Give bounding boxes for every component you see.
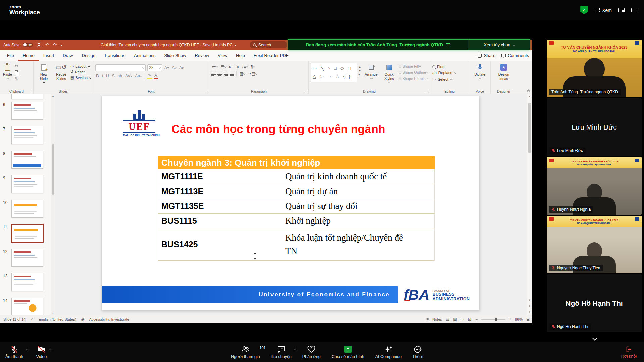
reading-view-icon[interactable]: ▭ xyxy=(460,317,464,322)
shape-fill-button[interactable]: ◇ Shape Fill xyxy=(399,64,428,69)
scroll-up-icon[interactable]: ▲ xyxy=(51,95,55,97)
font-color-button[interactable]: A xyxy=(154,73,158,79)
underline-button[interactable]: U xyxy=(105,74,110,79)
chat-options-chevron-icon[interactable] xyxy=(295,347,296,351)
font-name-select[interactable] xyxy=(95,64,146,71)
text-shadow-button[interactable]: ab xyxy=(117,74,123,79)
normal-view-icon[interactable]: ▤ xyxy=(446,317,449,322)
view-options-button[interactable]: Xem tùy chọn xyxy=(468,40,530,50)
slideshow-view-icon[interactable]: ⊡ xyxy=(468,317,472,322)
align-center-button[interactable] xyxy=(217,72,222,76)
increase-indent-icon[interactable]: ⇥ xyxy=(235,64,239,69)
clipboard-dialog-launcher-icon[interactable] xyxy=(30,91,32,93)
next-slide-icon[interactable]: ⇟ xyxy=(527,310,532,313)
slide-thumbnail-7[interactable]: 7 xyxy=(0,126,55,145)
video-button[interactable]: Video xyxy=(36,345,47,359)
clear-formatting-icon[interactable]: A⌀ xyxy=(179,65,185,70)
slide-thumbnail-14[interactable]: 14 xyxy=(0,298,55,315)
convert-smartart-button[interactable]: ⇥▤ xyxy=(247,71,257,76)
shape-effects-button[interactable]: ◇ Shape Effects xyxy=(399,76,428,81)
participants-button[interactable]: 101 Người tham gia xyxy=(231,345,260,359)
more-button[interactable]: Thêm xyxy=(412,345,423,359)
reuse-slides-button[interactable]: ▭↺ Reuse Slides xyxy=(54,63,69,81)
new-slide-button[interactable]: New Slide xyxy=(36,63,52,84)
decrease-indent-icon[interactable]: ⇤ xyxy=(228,64,233,69)
layout-button[interactable]: ▭ Layout xyxy=(70,64,91,68)
video-options-chevron-icon[interactable] xyxy=(50,347,51,351)
increase-font-icon[interactable]: A xyxy=(164,65,169,70)
menu-help[interactable]: Help xyxy=(232,50,249,61)
menu-view[interactable]: View xyxy=(213,50,232,61)
slide-thumbnail-10[interactable]: 10 xyxy=(0,200,55,218)
collapse-gallery-button[interactable] xyxy=(591,335,599,341)
shape-outline-button[interactable]: ◇ Shape Outline xyxy=(399,70,428,75)
minimize-video-icon[interactable] xyxy=(618,8,625,12)
change-case-button[interactable]: Aa xyxy=(134,74,142,79)
menu-home[interactable]: Home xyxy=(18,50,39,61)
replace-button[interactable]: abReplace xyxy=(432,71,456,75)
accessibility-status[interactable]: Accessibility: Investigate xyxy=(89,317,129,321)
participant-tile-video[interactable]: TƯ VẤN CHUYÊN NGÀNH KHÓA 2023 NG ÀNH QUẢ… xyxy=(547,157,642,215)
shapes-scroll-arrows[interactable]: ▲▼▾ xyxy=(359,63,361,76)
section-button[interactable]: ▤ Section xyxy=(70,75,91,80)
slide-thumbnail-6[interactable]: 6 xyxy=(0,102,55,120)
slide-thumbnail-partial[interactable] xyxy=(0,94,55,100)
menu-animations[interactable]: Animations xyxy=(130,50,160,61)
quick-styles-button[interactable]: Quick Styles xyxy=(381,63,397,84)
drawing-dialog-launcher-icon[interactable] xyxy=(427,91,429,93)
participant-tile-name-only[interactable]: Ngô Hồ Hạnh Thi Ngô Hồ Hạnh Thi xyxy=(547,274,642,332)
find-button[interactable]: Find xyxy=(432,65,456,69)
reset-button[interactable]: ↺ Reset xyxy=(70,70,91,74)
autosave-toggle[interactable]: AutoSave Off xyxy=(3,43,33,47)
slide-sorter-view-icon[interactable]: ▦ xyxy=(453,317,457,322)
chat-button[interactable]: Trò chuyện xyxy=(271,345,292,359)
language-indicator[interactable]: English (United States) xyxy=(39,317,77,321)
paste-button[interactable]: Paste xyxy=(2,63,13,80)
zoom-in-icon[interactable]: + xyxy=(509,317,511,322)
reactions-button[interactable]: Phản ứng xyxy=(302,345,321,359)
share-button[interactable]: Share xyxy=(478,53,495,58)
format-painter-button[interactable]: ✎ xyxy=(15,76,19,81)
align-right-button[interactable] xyxy=(224,72,228,76)
zoom-slider-thumb[interactable] xyxy=(495,318,497,321)
zoom-out-icon[interactable]: − xyxy=(475,317,478,322)
menu-review[interactable]: Review xyxy=(190,50,213,61)
undo-icon[interactable]: ↶ xyxy=(45,42,49,47)
bullets-button[interactable]: ≔ xyxy=(211,64,218,69)
fullscreen-window-icon[interactable] xyxy=(631,8,637,12)
previous-slide-icon[interactable]: ⇞ xyxy=(527,305,532,308)
align-left-button[interactable] xyxy=(211,72,216,76)
current-slide[interactable]: UEF ĐẠI HỌC KINH TẾ TÀI CHÍNH Các môn họ… xyxy=(101,96,479,310)
menu-insert[interactable]: Insert xyxy=(39,50,59,61)
spellcheck-icon[interactable]: ✓ xyxy=(30,317,34,322)
bold-button[interactable]: B xyxy=(95,74,100,79)
menu-transitions[interactable]: Transitions xyxy=(100,50,130,61)
thumbnail-scrollbar-thumb[interactable] xyxy=(52,144,54,195)
fit-to-window-icon[interactable]: ⊞ xyxy=(526,317,530,322)
slide-thumbnail-12[interactable]: 12 xyxy=(0,249,55,267)
leave-meeting-button[interactable]: Rời khỏi xyxy=(621,346,637,359)
line-spacing-button[interactable]: ↕≡ xyxy=(241,64,248,69)
scroll-down-icon[interactable]: ▼ xyxy=(51,312,55,314)
select-button[interactable]: ▭Select xyxy=(432,77,456,82)
view-button[interactable]: Xem xyxy=(595,8,612,13)
font-dialog-launcher-icon[interactable] xyxy=(206,91,208,93)
slide-thumbnail-9[interactable]: 9 xyxy=(0,175,55,194)
quick-access-chevron-icon[interactable] xyxy=(60,44,62,46)
copy-button[interactable] xyxy=(15,70,18,74)
columns-button[interactable]: ▦ xyxy=(239,71,246,76)
thumbnail-scrollbar[interactable]: ▲ ▼ xyxy=(51,94,55,315)
slide-thumbnail-8[interactable]: 8 xyxy=(0,151,55,169)
participant-tile-video[interactable]: TƯ VẤN CHUYÊN NGÀNH KHÓA 2023 NG ÀNH QUẢ… xyxy=(547,40,642,97)
audio-button[interactable]: Âm thanh xyxy=(5,345,23,359)
participant-tile-name-only[interactable]: Lưu Minh Đức Lưu Minh Đức xyxy=(547,98,642,156)
save-icon[interactable] xyxy=(37,43,41,47)
italic-button[interactable]: I xyxy=(101,74,104,79)
font-size-select[interactable]: 28 xyxy=(147,64,162,71)
slide-thumbnail-11-selected[interactable]: 11 xyxy=(0,224,55,243)
highlight-color-button[interactable]: ✎ xyxy=(147,73,152,79)
strikethrough-button[interactable]: S xyxy=(111,74,115,79)
redo-icon[interactable]: ↷ xyxy=(53,42,57,47)
slide-thumbnail-13[interactable]: 13 xyxy=(0,273,55,292)
menu-foxit[interactable]: Foxit Reader PDF xyxy=(249,50,293,61)
